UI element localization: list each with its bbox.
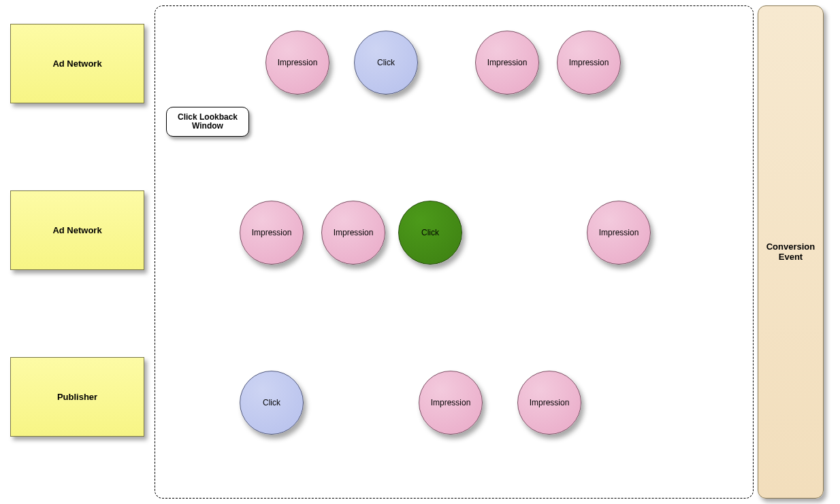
event-impression: Impression [475,31,539,95]
event-label: Impression [252,228,292,237]
event-label: Impression [530,398,570,407]
event-label: Impression [334,228,374,237]
source-label: Ad Network [52,58,101,69]
source-label: Ad Network [52,225,101,235]
event-label: Impression [431,398,471,407]
event-impression: Impression [265,31,329,95]
event-label: Impression [569,58,609,67]
event-impression: Impression [517,371,581,435]
event-label: Impression [278,58,318,67]
event-impression: Impression [321,201,385,265]
lookback-window-text: Click Lookback Window [167,113,248,131]
event-label: Impression [487,58,528,67]
event-impression: Impression [419,371,483,435]
event-impression: Impression [587,201,651,265]
conversion-event-box: Conversion Event [758,5,824,499]
event-click: Click [240,371,304,435]
event-label: Click [377,58,395,67]
source-box-adnetwork-1: Ad Network [10,24,144,103]
event-label: Click [421,228,439,237]
event-click-winning: Click [398,201,462,265]
event-label: Impression [599,228,639,237]
source-box-publisher: Publisher [10,357,144,437]
source-box-adnetwork-2: Ad Network [10,190,144,270]
source-label: Publisher [57,392,97,402]
event-impression: Impression [557,31,621,95]
event-impression: Impression [240,201,304,265]
event-click: Click [354,31,418,95]
lookback-window-label: Click Lookback Window [166,107,249,137]
event-label: Click [263,398,280,407]
conversion-event-label: Conversion Event [758,242,823,262]
